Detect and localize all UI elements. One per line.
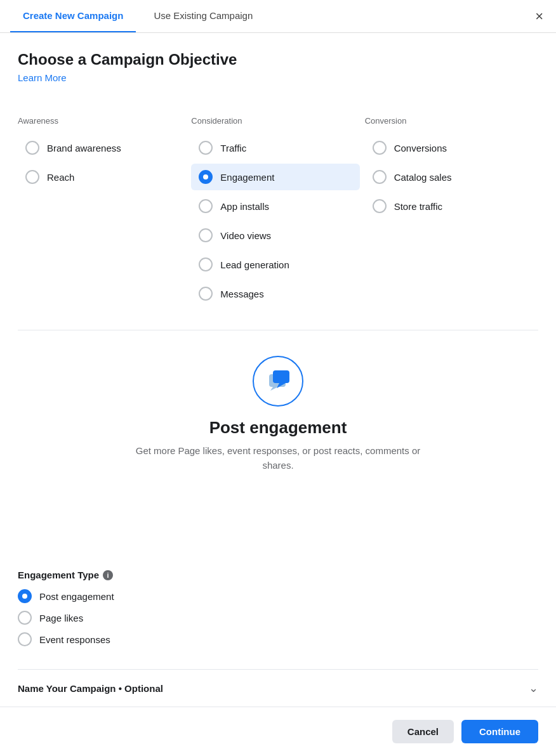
radio-conversions [373, 141, 387, 155]
engagement-type-label: Engagement Type i [18, 570, 538, 580]
option-store-traffic[interactable]: Store traffic [365, 193, 533, 219]
name-campaign-text: Name Your Campaign • Optional [18, 683, 163, 694]
label-lead-generation: Lead generation [220, 259, 289, 270]
tab-use-existing[interactable]: Use Existing Campaign [141, 0, 265, 32]
page-title: Choose a Campaign Objective [18, 51, 538, 68]
label-brand-awareness: Brand awareness [47, 143, 121, 153]
radio-catalog-sales [373, 170, 387, 184]
label-app-installs: App installs [220, 201, 269, 212]
radio-engagement [199, 170, 213, 184]
chevron-down-icon: ⌄ [529, 681, 538, 695]
radio-store-traffic [373, 199, 387, 213]
option-brand-awareness[interactable]: Brand awareness [18, 134, 186, 161]
label-page-likes: Page likes [39, 613, 83, 623]
radio-page-likes [18, 611, 32, 625]
engagement-type-section: Engagement Type i Post engagement Page l… [0, 557, 556, 654]
info-icon[interactable]: i [103, 570, 113, 580]
radio-app-installs [199, 199, 213, 213]
name-campaign-header[interactable]: Name Your Campaign • Optional ⌄ [18, 670, 538, 707]
option-app-installs[interactable]: App installs [191, 193, 359, 219]
label-event-responses: Event responses [39, 634, 110, 645]
engagement-desc: Get more Page likes, event responses, or… [119, 444, 437, 472]
objectives-grid: Awareness Brand awareness Reach Consider… [18, 116, 538, 310]
conversion-column: Conversion Conversions Catalog sales Sto… [365, 116, 538, 310]
label-conversions: Conversions [394, 143, 447, 153]
continue-button[interactable]: Continue [461, 720, 538, 743]
svg-marker-1 [270, 387, 278, 391]
label-store-traffic: Store traffic [394, 201, 442, 212]
radio-reach [25, 170, 39, 184]
option-messages[interactable]: Messages [191, 280, 359, 307]
label-engagement: Engagement [220, 172, 274, 183]
conversion-label: Conversion [365, 116, 533, 126]
divider-1 [18, 330, 538, 330]
option-reach[interactable]: Reach [18, 164, 186, 190]
radio-messages [199, 287, 213, 301]
option-engagement[interactable]: Engagement [191, 164, 359, 190]
tab-bar: Create New Campaign Use Existing Campaig… [0, 0, 556, 33]
cancel-button[interactable]: Cancel [392, 720, 454, 743]
tab-create-new[interactable]: Create New Campaign [10, 0, 136, 32]
radio-lead-generation [199, 257, 213, 271]
radio-post-engagement [18, 589, 32, 603]
main-content: Choose a Campaign Objective Learn More A… [0, 33, 556, 557]
option-video-views[interactable]: Video views [191, 222, 359, 249]
awareness-label: Awareness [18, 116, 186, 126]
engagement-icon-circle [253, 356, 303, 407]
radio-video-views [199, 228, 213, 242]
learn-more-link[interactable]: Learn More [18, 72, 67, 83]
name-campaign-section: Name Your Campaign • Optional ⌄ [18, 669, 538, 707]
radio-brand-awareness [25, 141, 39, 155]
engagement-type-text: Engagement Type [18, 570, 99, 580]
label-traffic: Traffic [220, 143, 246, 153]
option-page-likes[interactable]: Page likes [18, 611, 538, 625]
close-button[interactable]: × [535, 10, 543, 23]
engagement-title: Post engagement [209, 418, 347, 438]
footer: Cancel Continue [0, 707, 556, 756]
radio-event-responses [18, 632, 32, 646]
label-video-views: Video views [220, 230, 271, 241]
label-reach: Reach [47, 172, 74, 183]
engagement-preview: Post engagement Get more Page likes, eve… [18, 346, 538, 490]
label-messages: Messages [220, 289, 263, 299]
option-post-engagement[interactable]: Post engagement [18, 589, 538, 603]
svg-rect-2 [273, 370, 289, 383]
radio-traffic [199, 141, 213, 155]
option-traffic[interactable]: Traffic [191, 134, 359, 161]
consideration-label: Consideration [191, 116, 359, 126]
option-conversions[interactable]: Conversions [365, 134, 533, 161]
consideration-column: Consideration Traffic Engagement App ins… [191, 116, 364, 310]
option-event-responses[interactable]: Event responses [18, 632, 538, 646]
option-lead-generation[interactable]: Lead generation [191, 251, 359, 278]
label-catalog-sales: Catalog sales [394, 172, 452, 183]
awareness-column: Awareness Brand awareness Reach [18, 116, 191, 310]
engagement-icon [264, 369, 292, 393]
option-catalog-sales[interactable]: Catalog sales [365, 164, 533, 190]
label-post-engagement: Post engagement [39, 591, 114, 602]
